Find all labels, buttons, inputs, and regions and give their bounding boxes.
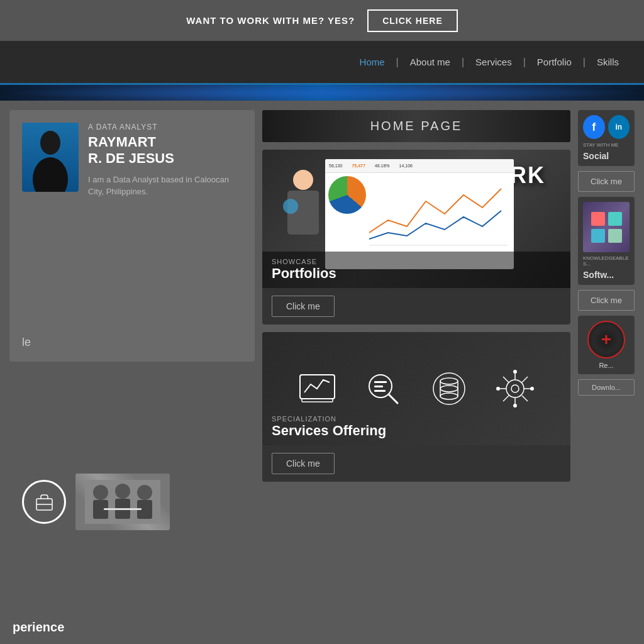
linkedin-icon: in [608, 115, 630, 139]
experience-chart-svg [85, 480, 160, 524]
specialization-label: SPECIALIZATION [272, 415, 386, 423]
portfolio-card: MY WORK 58,130 75,477 48.18% 14,106 [262, 150, 570, 325]
svg-point-5 [93, 485, 108, 500]
services-title: Services Offering [272, 423, 386, 439]
name-line1: RAYMART [88, 134, 156, 150]
services-overlay: SPECIALIZATION Services Offering [262, 409, 396, 445]
profile-top: A DATA ANALYST RAYMART R. DE JESUS I am … [22, 123, 242, 198]
chart-content [325, 173, 514, 257]
profile-click-me: le [22, 336, 31, 349]
nav-sep-1: | [396, 57, 399, 68]
person-figure [22, 123, 79, 192]
profile-card: A DATA ANALYST RAYMART R. DE JESUS I am … [9, 110, 255, 362]
pie-chart [328, 176, 366, 214]
portfolio-click-me-button[interactable]: Click me [272, 296, 335, 317]
svg-rect-20 [374, 381, 387, 383]
svg-point-42 [530, 387, 534, 391]
nav-skills[interactable]: Skills [597, 57, 619, 67]
nav-services[interactable]: Services [475, 57, 512, 67]
stat2: 75,477 [352, 164, 365, 168]
software-icon [589, 210, 624, 245]
circuit-icon [495, 369, 536, 409]
homepage-header: HOME PAGE [262, 110, 570, 142]
briefcase-svg [33, 491, 55, 513]
left-column: A DATA ANALYST RAYMART R. DE JESUS I am … [9, 110, 255, 635]
line-chart [369, 176, 511, 254]
service-icon-circuit [495, 369, 536, 409]
profile-name: RAYMART R. DE JESUS [88, 134, 242, 167]
svg-point-13 [293, 170, 313, 190]
service-icon-search [363, 369, 404, 409]
database-icon [429, 369, 470, 409]
services-click-me-button[interactable]: Click me [272, 453, 335, 474]
service-icon-analytics [297, 369, 338, 409]
services-btn-area: Click me [262, 445, 570, 482]
search-analytics-icon [363, 369, 404, 409]
software-click-button[interactable]: Click me [578, 290, 635, 311]
briefcase-icon [22, 480, 66, 524]
analytics-icon [297, 369, 338, 409]
top-banner: WANT TO WORK WITH ME? YES? CLICK HERE [0, 0, 644, 41]
svg-point-26 [440, 393, 458, 399]
stat4: 14,106 [399, 164, 413, 168]
svg-line-36 [522, 396, 528, 401]
svg-rect-44 [608, 212, 622, 226]
resume-circle: + [587, 321, 625, 358]
download-button[interactable]: Downlo... [578, 379, 635, 396]
experience-label: perience [13, 620, 64, 635]
svg-point-1 [33, 157, 68, 192]
resume-card: + Re... [578, 316, 635, 374]
nav-about[interactable]: About me [410, 57, 450, 67]
line-chart-svg [369, 176, 508, 252]
bio-text: I am a Data Analyst based in Caloocan Ci… [88, 174, 242, 198]
svg-point-9 [137, 485, 152, 500]
svg-rect-11 [104, 508, 142, 510]
portfolio-image-area: MY WORK 58,130 75,477 48.18% 14,106 [262, 150, 570, 288]
stat3: 48.18% [375, 164, 390, 168]
right-column: f in STAY WITH ME Social Click me KNOWLE… [578, 110, 635, 635]
svg-point-0 [40, 131, 60, 155]
facebook-icon: f [583, 115, 605, 139]
svg-point-29 [506, 380, 524, 397]
center-column: HOME PAGE MY WORK 58,130 75,477 48.18% 1… [262, 110, 570, 635]
nav-portfolio[interactable]: Portfolio [537, 57, 572, 67]
plus-icon: + [601, 330, 611, 350]
main-content: A DATA ANALYST RAYMART R. DE JESUS I am … [0, 101, 644, 644]
role-label: A DATA ANALYST [88, 123, 242, 131]
svg-rect-17 [302, 399, 333, 402]
portfolio-btn-area: Click me [262, 288, 570, 325]
svg-rect-45 [591, 229, 605, 243]
svg-rect-21 [374, 386, 383, 387]
services-image-area: SPECIALIZATION Services Offering [262, 332, 570, 445]
page-title: HOME PAGE [370, 119, 463, 133]
svg-point-40 [513, 404, 517, 408]
resume-label: Re... [599, 362, 613, 369]
profile-photo [22, 123, 79, 192]
click-here-button[interactable]: CLICK HERE [367, 9, 458, 32]
social-card: f in STAY WITH ME Social [578, 110, 635, 166]
svg-rect-16 [300, 375, 335, 399]
social-click-button[interactable]: Click me [578, 171, 635, 192]
svg-line-19 [389, 394, 397, 403]
accent-bar [0, 85, 644, 101]
software-image [583, 202, 630, 252]
svg-point-15 [283, 199, 298, 214]
nav-sep-4: | [583, 57, 586, 68]
svg-point-30 [511, 385, 519, 392]
showcase-label: SHOWCASE [272, 258, 561, 265]
person-illustration [281, 169, 325, 253]
svg-line-37 [522, 377, 528, 382]
nav-home[interactable]: Home [360, 57, 385, 67]
name-line2: R. DE JESUS [88, 150, 174, 166]
person-svg [25, 129, 75, 192]
portfolio-title: Portfolios [272, 265, 561, 282]
svg-point-7 [115, 484, 130, 499]
dashboard-header: 58,130 75,477 48.18% 14,106 [325, 159, 514, 173]
service-icon-database [429, 369, 470, 409]
software-small-label: KNOWLEDGEABLE S... [583, 255, 630, 267]
experience-image-inner [75, 474, 170, 530]
stat1: 58,130 [329, 164, 342, 168]
svg-rect-22 [374, 390, 386, 392]
svg-point-39 [513, 370, 517, 374]
svg-point-24 [440, 378, 458, 384]
